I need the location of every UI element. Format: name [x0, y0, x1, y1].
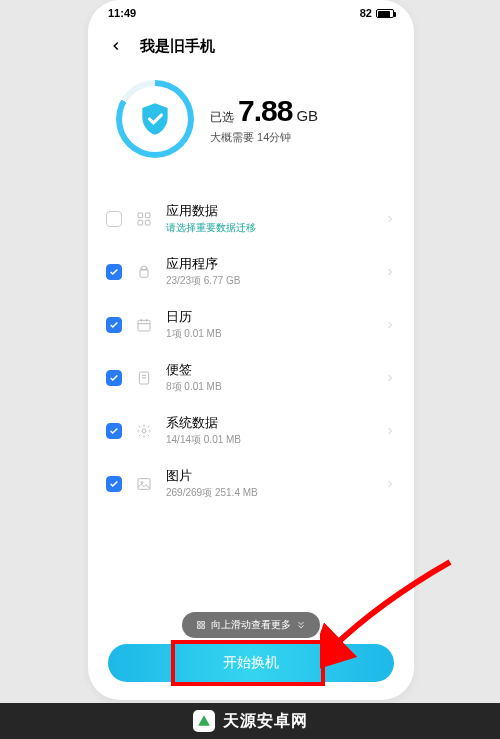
- svg-rect-6: [138, 320, 150, 331]
- start-transfer-button[interactable]: 开始换机: [108, 644, 394, 682]
- list-item-app-data[interactable]: 应用数据 请选择重要数据迁移: [104, 192, 398, 245]
- double-chevron-down-icon: [296, 620, 306, 630]
- note-icon: [134, 368, 154, 388]
- chevron-right-icon: [384, 425, 396, 437]
- item-subtitle: 14/14项 0.01 MB: [166, 433, 372, 447]
- svg-point-5: [145, 267, 146, 268]
- list-item-notes[interactable]: 便签 8项 0.01 MB: [104, 351, 398, 404]
- android-icon: [134, 262, 154, 282]
- chevron-left-icon: [109, 39, 123, 53]
- image-icon: [134, 474, 154, 494]
- size-value: 7.88: [238, 94, 292, 128]
- chevron-right-icon: [384, 213, 396, 225]
- scroll-hint-text: 向上滑动查看更多: [211, 618, 291, 632]
- svg-rect-0: [138, 213, 143, 218]
- checkbox[interactable]: [106, 317, 122, 333]
- checkbox[interactable]: [106, 211, 122, 227]
- svg-rect-1: [145, 213, 150, 218]
- item-title: 图片: [166, 467, 372, 485]
- grid-icon: [134, 209, 154, 229]
- scroll-hint-pill: 向上滑动查看更多: [182, 612, 320, 638]
- list-item-system[interactable]: 系统数据 14/14项 0.01 MB: [104, 404, 398, 457]
- header: 我是旧手机: [88, 26, 414, 70]
- item-title: 便签: [166, 361, 372, 379]
- svg-rect-3: [145, 220, 150, 225]
- chevron-right-icon: [384, 478, 396, 490]
- checkbox[interactable]: [106, 370, 122, 386]
- chevron-right-icon: [384, 372, 396, 384]
- back-button[interactable]: [104, 34, 128, 58]
- estimate-time: 大概需要 14分钟: [210, 130, 318, 145]
- phone-screen: 11:49 82 我是旧手机 已选 7.88 GB 大概需要 14分钟: [88, 0, 414, 700]
- item-subtitle: 请选择重要数据迁移: [166, 221, 372, 235]
- item-title: 应用数据: [166, 202, 372, 220]
- status-right: 82: [360, 7, 394, 19]
- battery-icon: [376, 9, 394, 18]
- list-item-calendar[interactable]: 日历 1项 0.01 MB: [104, 298, 398, 351]
- shield-icon: [135, 99, 175, 139]
- list-item-images[interactable]: 图片 269/269项 251.4 MB: [104, 457, 398, 510]
- checkbox[interactable]: [106, 423, 122, 439]
- svg-rect-18: [198, 626, 201, 629]
- grid-small-icon: [196, 620, 206, 630]
- chevron-right-icon: [384, 266, 396, 278]
- page-title: 我是旧手机: [140, 37, 215, 56]
- svg-rect-19: [202, 626, 205, 629]
- summary-section: 已选 7.88 GB 大概需要 14分钟: [88, 70, 414, 186]
- item-subtitle: 8项 0.01 MB: [166, 380, 372, 394]
- footer-text: 天源安卓网: [223, 711, 308, 732]
- battery-percent: 82: [360, 7, 372, 19]
- progress-ring: [116, 80, 194, 158]
- selected-label: 已选: [210, 109, 234, 126]
- data-categories-list[interactable]: 应用数据 请选择重要数据迁移 应用程序 23/23项 6.77 GB: [88, 192, 414, 510]
- checkbox[interactable]: [106, 476, 122, 492]
- item-title: 系统数据: [166, 414, 372, 432]
- footer-logo-icon: [193, 710, 215, 732]
- svg-rect-2: [138, 220, 143, 225]
- watermark-footer: 天源安卓网: [0, 703, 500, 739]
- summary-text: 已选 7.88 GB 大概需要 14分钟: [210, 94, 318, 145]
- status-bar: 11:49 82: [88, 0, 414, 26]
- item-subtitle: 23/23项 6.77 GB: [166, 274, 372, 288]
- svg-rect-17: [202, 622, 205, 625]
- svg-rect-14: [138, 478, 150, 489]
- svg-point-13: [142, 429, 146, 433]
- gear-icon: [134, 421, 154, 441]
- chevron-right-icon: [384, 319, 396, 331]
- item-subtitle: 269/269项 251.4 MB: [166, 486, 372, 500]
- svg-point-4: [141, 267, 142, 268]
- calendar-icon: [134, 315, 154, 335]
- list-item-apps[interactable]: 应用程序 23/23项 6.77 GB: [104, 245, 398, 298]
- item-subtitle: 1项 0.01 MB: [166, 327, 372, 341]
- item-title: 应用程序: [166, 255, 372, 273]
- item-title: 日历: [166, 308, 372, 326]
- size-unit: GB: [296, 107, 318, 124]
- svg-rect-16: [198, 622, 201, 625]
- status-time: 11:49: [108, 7, 136, 19]
- checkbox[interactable]: [106, 264, 122, 280]
